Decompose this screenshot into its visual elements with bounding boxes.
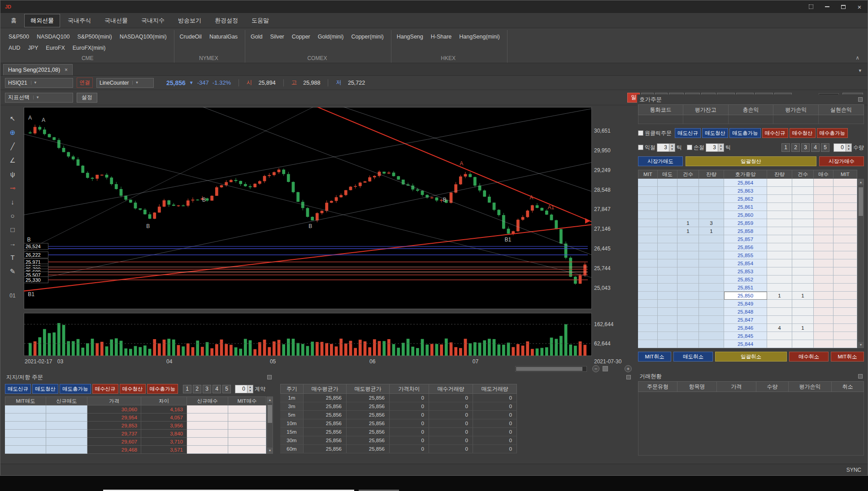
ladder-buy-count-cell[interactable]	[792, 243, 814, 251]
ladder-sell-cell[interactable]	[658, 195, 677, 203]
support-price-cell[interactable]: 30,060	[87, 405, 141, 413]
ladder-buy-count-cell[interactable]	[792, 284, 814, 292]
support-buy-new-button[interactable]: 매수신규	[92, 384, 118, 394]
ladder-scrollbar-thumb[interactable]	[859, 187, 863, 216]
ladder-buy-qty-cell[interactable]	[767, 219, 792, 227]
support-price-cell[interactable]: 29,607	[87, 438, 141, 446]
ladder-buy-qty-cell[interactable]	[767, 300, 792, 308]
ladder-buy-count-cell[interactable]	[792, 211, 814, 219]
ladder-price-cell[interactable]: 25,861	[724, 203, 767, 211]
ladder-mit-sell-cell[interactable]	[638, 259, 658, 267]
market-item-Gold[interactable]: Gold	[251, 34, 262, 40]
ladder-buy-cell[interactable]	[814, 276, 833, 284]
ladder-mit-buy-cell[interactable]	[833, 259, 857, 267]
ladder-mit-buy-cell[interactable]	[833, 211, 857, 219]
ladder-sell-cell[interactable]	[658, 227, 677, 235]
ladder-price-cell[interactable]: 25,847	[724, 316, 767, 324]
ladder-sell-cell[interactable]	[658, 219, 677, 227]
ladder-buy-cell[interactable]	[814, 219, 833, 227]
ladder-sell-cell[interactable]	[658, 324, 677, 332]
scroll-down-icon[interactable]: ▼	[858, 342, 864, 348]
indicator-select[interactable]: 지표선택 ▼	[5, 93, 73, 103]
menu-item-home[interactable]: 홈	[5, 14, 22, 27]
ladder-mit-sell-cell[interactable]	[638, 316, 658, 324]
ladder-buy-qty-cell[interactable]	[767, 316, 792, 324]
ladder-mit-sell-cell[interactable]	[638, 211, 658, 219]
ladder-buy-count-cell[interactable]: 1	[792, 324, 814, 332]
pointer-tool-icon[interactable]: ↖	[6, 113, 19, 124]
market-item-EuroFX-mini[interactable]: EuroFX(mini)	[73, 45, 106, 51]
tab-list-dropdown-icon[interactable]: ▾	[855, 66, 865, 75]
ladder-buy-cell[interactable]	[814, 332, 833, 340]
zoom-out-button[interactable]: −	[592, 365, 599, 372]
ladder-buy-cell[interactable]	[814, 243, 833, 251]
ladder-mit-buy-cell[interactable]	[833, 267, 857, 276]
ladder-buy-qty-cell[interactable]	[767, 284, 792, 292]
ladder-mit-buy-cell[interactable]	[833, 187, 857, 195]
market-item-S-P500[interactable]: S&P500	[9, 34, 29, 40]
support-mit-sell-cell[interactable]	[5, 422, 46, 430]
ladder-price-cell[interactable]: 25,854	[724, 259, 767, 267]
ladder-sell-cell[interactable]	[658, 243, 677, 251]
ladder-mit-sell-cell[interactable]	[638, 187, 658, 195]
ladder-sell-cell[interactable]	[658, 235, 677, 243]
support-new-sell-cell[interactable]	[46, 405, 87, 413]
ladder-sell-count-cell[interactable]	[677, 276, 699, 284]
market-item-EuroFX[interactable]: EuroFX	[46, 45, 65, 51]
menu-item-settings[interactable]: 환경설정	[209, 14, 244, 27]
ladder-buy-cell[interactable]	[814, 251, 833, 259]
support-buy-close-button[interactable]: 매수청산	[120, 384, 146, 394]
ladder-buy-count-cell[interactable]	[792, 187, 814, 195]
pitchfork-tool-icon[interactable]: ψ	[6, 169, 19, 179]
support-new-sell-cell[interactable]	[46, 438, 87, 446]
close-button[interactable]: ×	[856, 3, 863, 10]
ladder-buy-qty-cell[interactable]	[767, 259, 792, 267]
ladder-mit-buy-cell[interactable]	[833, 195, 857, 203]
ladder-mit-buy-cell[interactable]	[833, 316, 857, 324]
ladder-mit-sell-cell[interactable]	[638, 308, 658, 316]
ladder-mit-sell-cell[interactable]	[638, 292, 658, 300]
ladder-sell-count-cell[interactable]	[677, 284, 699, 292]
zoom-in-button[interactable]: +	[625, 365, 632, 372]
ladder-sell-qty-cell[interactable]	[699, 243, 724, 251]
ladder-buy-qty-cell[interactable]	[767, 251, 792, 259]
ladder-sell-cell[interactable]	[658, 340, 677, 348]
ladder-mit-sell-cell[interactable]	[638, 276, 658, 284]
ladder-sell-count-cell[interactable]	[677, 324, 699, 332]
ladder-price-cell[interactable]: 25,858	[724, 227, 767, 235]
support-price-cell[interactable]: 29,737	[87, 430, 141, 438]
pin-icon[interactable]	[626, 375, 631, 379]
ladder-mit-buy-cell[interactable]	[833, 276, 857, 284]
ladder-sell-qty-cell[interactable]	[699, 300, 724, 308]
ladder-buy-count-cell[interactable]	[792, 251, 814, 259]
ladder-buy-cell[interactable]	[814, 284, 833, 292]
buy-close-button[interactable]: 매수청산	[790, 128, 816, 138]
ladder-buy-cell[interactable]	[814, 211, 833, 219]
ladder-sell-qty-cell[interactable]	[699, 324, 724, 332]
ladder-price-cell[interactable]: 25,852	[724, 276, 767, 284]
ladder-sell-qty-cell[interactable]: 1	[699, 227, 724, 235]
support-mit-sell-cell[interactable]	[5, 446, 46, 454]
ladder-sell-cell[interactable]	[658, 316, 677, 324]
qty-value[interactable]: 0	[833, 143, 846, 152]
ladder-buy-qty-cell[interactable]	[767, 340, 792, 348]
ladder-buy-qty-cell[interactable]	[767, 308, 792, 316]
ladder-price-cell[interactable]: 25,845	[724, 332, 767, 340]
market-item-Gold-mini[interactable]: Gold(mini)	[318, 34, 344, 40]
ladder-price-cell[interactable]: 25,846	[724, 324, 767, 332]
sell-close-button[interactable]: 매도청산	[702, 128, 728, 138]
ladder-mit-buy-cell[interactable]	[833, 324, 857, 332]
maximize-button[interactable]	[840, 3, 847, 10]
pin-icon[interactable]	[858, 374, 863, 379]
support-diff-cell[interactable]: 3,710	[141, 438, 187, 446]
support-price-cell[interactable]: 29,954	[87, 413, 141, 422]
zoom-tool-icon[interactable]: ⊕	[6, 127, 19, 138]
support-diff-cell[interactable]: 3,571	[141, 446, 187, 454]
ladder-mit-sell-cell[interactable]	[638, 227, 658, 235]
study-select[interactable]: LineCounter ▼	[96, 78, 154, 88]
ladder-buy-qty-cell[interactable]	[767, 203, 792, 211]
market-item-NaturalGas[interactable]: NaturalGas	[209, 34, 238, 40]
support-qty-preset-4[interactable]: 4	[213, 385, 221, 393]
ladder-buy-qty-cell[interactable]	[767, 267, 792, 276]
ladder-price-cell[interactable]: 25,853	[724, 267, 767, 276]
